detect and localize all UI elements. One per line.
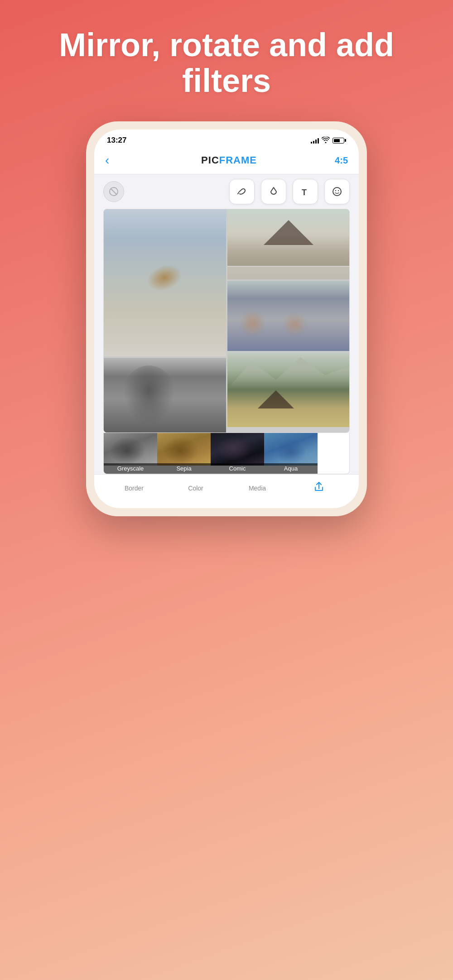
tab-media[interactable]: Media	[226, 485, 288, 492]
svg-point-4	[335, 190, 336, 191]
svg-text:T: T	[302, 188, 307, 197]
tab-media-label: Media	[249, 485, 266, 492]
filter-aqua-label: Aqua	[264, 463, 318, 474]
photo-cell-5[interactable]	[227, 352, 350, 427]
battery-icon	[333, 138, 346, 144]
svg-point-3	[333, 187, 341, 196]
emoji-tool-btn[interactable]	[324, 179, 350, 204]
disabled-tool-btn	[103, 181, 124, 202]
tab-color-label: Color	[188, 485, 203, 492]
text-tool-btn[interactable]: T	[293, 179, 318, 204]
status-bar: 13:27	[94, 130, 359, 149]
top-nav: ‹ PICFRAME 4:5	[94, 149, 359, 174]
tab-color[interactable]: Color	[165, 485, 226, 492]
photo-cell-4[interactable]	[227, 281, 350, 351]
tab-border-label: Border	[125, 485, 144, 492]
filter-greyscale[interactable]: Greyscale	[104, 433, 157, 474]
photo-col-right	[227, 209, 350, 432]
app-title-frame: FRAME	[219, 154, 257, 166]
filter-sepia-label: Sepia	[157, 463, 211, 474]
status-time: 13:27	[107, 136, 126, 145]
svg-point-5	[338, 190, 339, 191]
photo-cell-1[interactable]	[104, 209, 226, 356]
filter-greyscale-preview	[104, 433, 157, 466]
app-title-pic: PIC	[201, 154, 219, 166]
wifi-icon	[322, 137, 330, 144]
notch	[190, 130, 263, 144]
tab-border[interactable]: Border	[103, 485, 165, 492]
photo-grid	[103, 209, 350, 433]
filter-sepia-preview	[157, 433, 211, 466]
filter-bar: Greyscale Sepia Comic	[103, 433, 350, 474]
phone-frame: 13:27	[86, 121, 367, 516]
status-icons	[311, 137, 346, 144]
tab-share[interactable]	[288, 481, 350, 495]
photo-grid-inner	[104, 209, 349, 432]
photo-cell-3[interactable]	[104, 358, 226, 432]
filter-sepia[interactable]: Sepia	[157, 433, 211, 474]
hero-title: Mirror, rotate and add filters	[0, 0, 453, 121]
drop-tool-btn[interactable]	[261, 179, 286, 204]
brush-tool-btn[interactable]	[229, 179, 255, 204]
aspect-ratio-label[interactable]: 4:5	[335, 155, 348, 166]
svg-line-1	[111, 188, 117, 195]
back-button[interactable]: ‹	[105, 153, 123, 168]
app-title: PICFRAME	[201, 154, 257, 166]
filter-aqua[interactable]: Aqua	[264, 433, 318, 474]
share-icon	[313, 481, 325, 495]
photo-col-left	[104, 209, 226, 432]
filter-aqua-preview	[264, 433, 318, 466]
phone-screen: 13:27	[94, 130, 359, 508]
filter-comic-label: Comic	[211, 463, 264, 474]
filter-greyscale-label: Greyscale	[104, 463, 157, 474]
filter-comic[interactable]: Comic	[211, 433, 264, 474]
filter-comic-preview	[211, 433, 264, 466]
toolbar: T	[94, 174, 359, 209]
photo-cell-2[interactable]	[227, 209, 350, 279]
signal-icon	[311, 137, 319, 144]
tab-bar: Border Color Media	[94, 474, 359, 508]
